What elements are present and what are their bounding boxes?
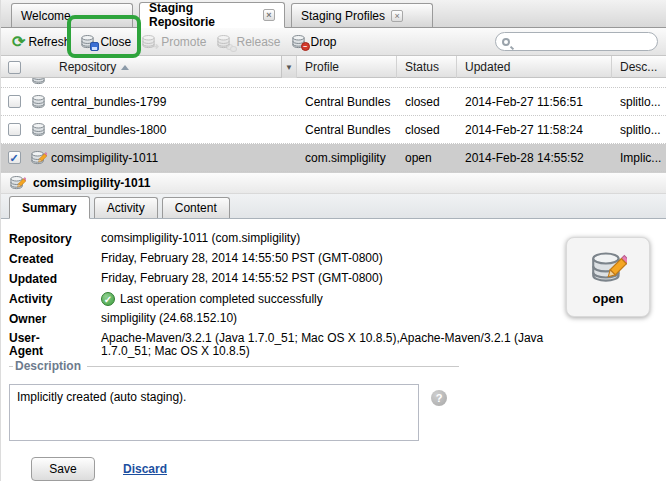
tab-summary[interactable]: Summary	[9, 196, 90, 219]
column-header-description[interactable]: Desc...	[612, 56, 666, 78]
status-cell: closed	[397, 95, 457, 109]
database-release-icon	[216, 34, 233, 50]
column-header-status[interactable]: Status	[397, 56, 457, 78]
refresh-icon: ⟳	[12, 35, 25, 49]
staging-repositories-window: Welcome Staging Repositorie × Staging Pr…	[0, 0, 666, 481]
profile-cell: Central Bundles	[297, 123, 397, 137]
database-icon	[27, 122, 49, 137]
field-label-repository: Repository	[9, 232, 101, 246]
save-button[interactable]: Save	[31, 457, 95, 481]
row-checkbox[interactable]	[8, 123, 21, 136]
row-checkbox[interactable]	[8, 95, 21, 108]
repository-status-card: open	[566, 237, 650, 317]
repository-cell: central_bundles-1800	[49, 123, 297, 137]
field-value-owner: simpligility (24.68.152.10)	[101, 312, 577, 326]
release-button[interactable]: Release	[211, 32, 285, 52]
description-cell: Implic...	[612, 151, 666, 165]
close-tab-icon[interactable]: ×	[263, 9, 275, 21]
detail-panel-header: comsimpligility-1011	[1, 172, 666, 194]
search-input[interactable]	[515, 36, 651, 48]
drop-button[interactable]: − Drop	[286, 32, 342, 52]
tab-staging-profiles[interactable]: Staging Profiles ×	[291, 3, 433, 27]
profile-cell: Central Bundles	[297, 95, 397, 109]
button-row: Save Discard	[1, 448, 666, 481]
database-icon	[27, 80, 49, 85]
tab-welcome[interactable]: Welcome	[11, 3, 133, 27]
field-label-updated: Updated	[9, 272, 101, 286]
table-row[interactable]: ✓ comsimpligility-1011 com.simpligility …	[1, 144, 666, 172]
detail-tab-strip: Summary Activity Content	[1, 194, 666, 219]
field-value-user-agent: Apache-Maven/3.2.1 (Java 1.7.0_51; Mac O…	[101, 332, 573, 358]
tab-content[interactable]: Content	[162, 197, 230, 218]
detail-title: comsimpligility-1011	[33, 176, 150, 190]
select-all-checkbox-cell	[1, 56, 27, 78]
success-check-icon: ✓	[101, 292, 115, 306]
table-row[interactable]: central_bundles-1800 Central Bundles clo…	[1, 116, 666, 144]
field-value-activity: Last operation completed successfully	[120, 293, 323, 306]
column-menu-dropdown-icon[interactable]: ▼	[281, 56, 296, 78]
table-row[interactable]: central_bundles-1799 Central Bundles clo…	[1, 88, 666, 116]
database-close-icon	[80, 34, 97, 50]
field-value-created: Friday, February 28, 2014 14:55:50 PST (…	[101, 252, 577, 266]
icon-column-header	[27, 56, 49, 78]
drop-label: Drop	[311, 35, 337, 49]
status-badge: open	[592, 291, 623, 306]
tab-welcome-label: Welcome	[21, 9, 71, 23]
status-cell: open	[397, 151, 457, 165]
column-header-updated[interactable]: Updated	[457, 56, 612, 78]
field-label-created: Created	[9, 252, 101, 266]
chain-badge-icon	[226, 42, 235, 51]
database-promote-icon: ➜	[141, 34, 158, 50]
release-label: Release	[236, 35, 280, 49]
search-box	[495, 32, 658, 51]
status-cell: closed	[397, 123, 457, 137]
discard-link[interactable]: Discard	[123, 462, 167, 476]
repository-cell: comsimpligility-1011	[49, 151, 297, 165]
tab-staging-profiles-label: Staging Profiles	[301, 9, 385, 23]
sort-ascending-icon	[121, 65, 129, 70]
profile-cell: com.simpligility	[297, 151, 397, 165]
staging-toolbar: ⟳ Refresh Close ➜ Promote Release	[1, 28, 666, 56]
grid-header: Repository ▼ Profile Status Updated Desc…	[1, 56, 666, 78]
partially-visible-row[interactable]	[1, 78, 666, 88]
description-section: Description Implicitly created (auto sta…	[1, 366, 666, 448]
description-fieldset: Description	[9, 366, 459, 367]
help-icon[interactable]: ?	[431, 390, 447, 406]
close-button[interactable]: Close	[75, 32, 136, 52]
promote-label: Promote	[161, 35, 206, 49]
floppy-badge-icon	[90, 42, 99, 51]
refresh-button[interactable]: ⟳ Refresh	[7, 33, 75, 51]
updated-cell: 2014-Feb-27 11:58:24	[457, 123, 612, 137]
green-arrow-badge-icon: ➜	[151, 42, 160, 51]
field-label-user-agent: User-Agent	[9, 332, 61, 358]
field-value-repository: comsimpligility-1011 (com.simpligility)	[101, 232, 577, 246]
close-tab-icon[interactable]: ×	[391, 10, 403, 22]
description-cell: splitlo...	[612, 95, 666, 109]
database-drop-icon: −	[291, 34, 308, 50]
column-header-profile[interactable]: Profile	[297, 56, 397, 78]
database-edit-icon	[27, 150, 49, 166]
tab-staging-repositories[interactable]: Staging Repositorie ×	[139, 2, 285, 28]
repository-cell: central_bundles-1799	[49, 95, 297, 109]
row-checkbox[interactable]: ✓	[8, 151, 21, 164]
database-icon	[27, 94, 49, 109]
promote-button[interactable]: ➜ Promote	[136, 32, 211, 52]
description-textarea[interactable]: Implicitly created (auto staging).	[9, 384, 419, 441]
description-cell: splitlo...	[612, 123, 666, 137]
main-tab-strip: Welcome Staging Repositorie × Staging Pr…	[1, 0, 666, 28]
field-label-owner: Owner	[9, 312, 101, 326]
tab-activity[interactable]: Activity	[94, 197, 158, 218]
select-all-checkbox[interactable]	[8, 61, 21, 74]
database-edit-icon	[9, 175, 26, 191]
refresh-label: Refresh	[28, 35, 70, 49]
column-header-repository[interactable]: Repository ▼	[49, 56, 297, 78]
description-legend: Description	[13, 359, 87, 373]
updated-cell: 2014-Feb-28 14:55:52	[457, 151, 612, 165]
tab-staging-repositories-label: Staging Repositorie	[149, 1, 257, 29]
red-minus-badge-icon: −	[301, 42, 310, 51]
updated-cell: 2014-Feb-27 11:56:51	[457, 95, 612, 109]
field-value-updated: Friday, February 28, 2014 14:55:52 PST (…	[101, 272, 577, 286]
database-edit-icon	[589, 249, 627, 287]
close-label: Close	[100, 35, 131, 49]
search-icon	[502, 38, 510, 46]
